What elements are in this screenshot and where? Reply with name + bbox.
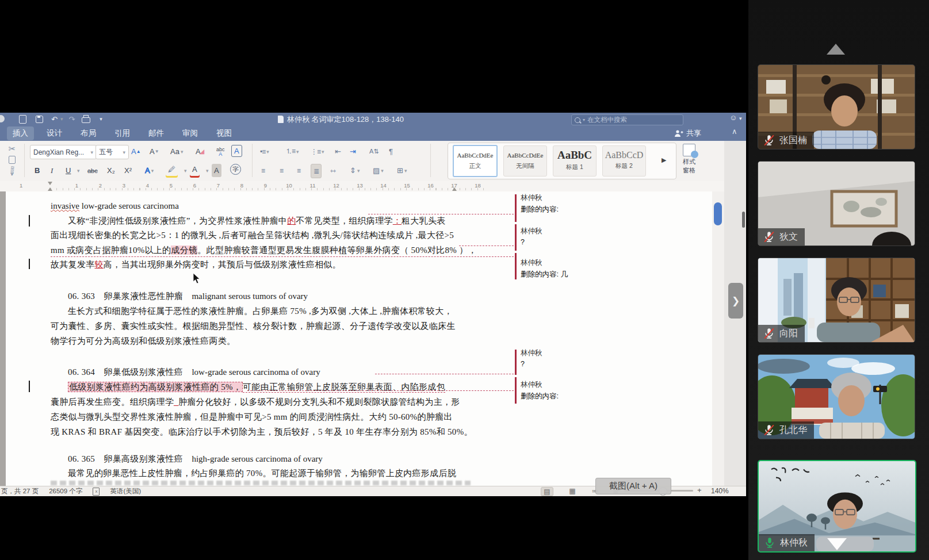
strikethrough-button[interactable]: abc [85, 164, 100, 177]
ribbon-tab[interactable]: 引用 [109, 126, 136, 140]
ribbon-tab[interactable]: 布局 [75, 126, 102, 140]
distribute-button[interactable]: ⇿ [328, 164, 338, 177]
italic-button[interactable]: I [48, 164, 55, 177]
enclose-characters-button[interactable]: 字 [228, 163, 243, 176]
expand-pane-button[interactable]: ❯ [728, 283, 743, 319]
font-color-dropdown-icon[interactable]: ▾ [202, 164, 211, 177]
justify-button[interactable]: ≣ [311, 164, 322, 178]
style-chip[interactable]: AaBbCcD 标题 2 [602, 145, 646, 177]
change-bar [29, 381, 30, 392]
revision-comment[interactable]: 林仲秋 删除的内容: 几 [521, 258, 693, 279]
cut-icon[interactable]: ✂ [9, 144, 16, 154]
revision-comment[interactable]: 林仲秋 删除的内容: [521, 193, 693, 214]
search-input[interactable]: ▾ 在文档中搜索 [571, 114, 683, 125]
style-pane-icon [683, 144, 695, 156]
shrink-font-button[interactable]: A▼ [147, 145, 162, 158]
increase-indent-button[interactable]: ⇥ [347, 145, 358, 158]
participant-tile[interactable]: 向阳 [758, 258, 915, 343]
align-left-button[interactable]: ≡ [259, 164, 267, 177]
align-center-button[interactable]: ≡ [277, 164, 285, 177]
style-chip[interactable]: AaBbCcDdEe 正文 [453, 145, 498, 177]
horizontal-ruler[interactable]: 1 123456789101112131415161718 [0, 181, 746, 192]
search-dropdown-icon[interactable]: ▾ [583, 117, 585, 122]
revision-comment[interactable]: 林仲秋 ? [521, 227, 693, 246]
bold-button[interactable]: B [32, 164, 42, 177]
proofing-status-icon[interactable]: x [93, 488, 100, 496]
comment-author: 林仲秋 [521, 348, 693, 358]
participant-tile[interactable]: 狄文 [758, 161, 915, 246]
scroll-down-arrow-icon[interactable] [827, 538, 847, 550]
document-line: 可为囊性、多房、囊实性或实性。根据细胞异型性、核分裂计数，肿瘤起源、分子遗传学改… [51, 319, 456, 333]
change-case-button[interactable]: Aa▾ [168, 145, 185, 158]
numbering-button[interactable]: ⒈≡▾ [283, 145, 301, 158]
align-right-button[interactable]: ≡ [295, 164, 303, 177]
ribbon-tab[interactable]: 设计 [41, 126, 68, 140]
new-document-icon[interactable] [19, 115, 26, 124]
grow-font-button[interactable]: A▲ [129, 145, 143, 158]
redo-icon[interactable]: ↷ [68, 113, 75, 126]
language-status[interactable]: 英语(美国) [110, 487, 141, 496]
styles-gallery-more-icon[interactable]: ▶ [662, 156, 666, 164]
style-sample: AaBbCcD [603, 150, 645, 160]
vertical-scrollbar-thumb[interactable] [714, 202, 722, 225]
participant-tile[interactable]: 张国楠 [758, 64, 915, 149]
vertical-scrollbar[interactable] [712, 191, 724, 486]
hanging-indent-marker[interactable] [48, 187, 52, 191]
revision-comment[interactable]: 林仲秋 删除的内容: [521, 380, 693, 401]
highlight-dropdown-icon[interactable]: ▾ [181, 164, 189, 177]
share-button[interactable]: 共享 [674, 126, 701, 141]
scroll-up-arrow-icon[interactable] [827, 44, 845, 55]
undo-icon[interactable]: ↶▾ [51, 113, 63, 126]
revision-comment[interactable]: 林仲秋 ? [521, 348, 693, 368]
word-count[interactable]: 26509 个字 [49, 487, 82, 496]
character-shading-button[interactable]: A [212, 164, 221, 177]
style-chip[interactable]: AaBbCcDdEe 无间隔 [503, 145, 547, 177]
underline-dropdown-icon[interactable]: ▾ [74, 164, 82, 177]
toolbar-options-icon[interactable]: ▾ [100, 113, 102, 126]
style-pane-button[interactable]: 样式 窗格 [674, 144, 704, 175]
sort-button[interactable]: A⇅ [367, 145, 381, 158]
mini-scrollbar-thumb[interactable] [742, 212, 745, 228]
font-name-select[interactable]: DengXian Reg...▾ [30, 145, 97, 159]
ribbon-tab[interactable]: 邮件 [143, 126, 170, 140]
print-icon[interactable] [82, 116, 90, 123]
zoom-in-button[interactable]: + [697, 486, 702, 494]
line-spacing-button[interactable]: ⇕▾ [347, 164, 362, 177]
decrease-indent-button[interactable]: ⇤ [332, 145, 343, 158]
highlight-color-button[interactable]: 🖉 [166, 163, 178, 176]
paste-icon[interactable] [9, 156, 16, 164]
clear-formatting-button[interactable]: A◢ [193, 145, 207, 158]
font-size-select[interactable]: 五号▾ [95, 145, 129, 159]
participant-tile[interactable]: 孔北华 [758, 354, 915, 439]
text-effects-button[interactable]: A▾ [143, 164, 156, 177]
right-indent-marker[interactable] [452, 187, 457, 191]
ribbon-tab[interactable]: 审阅 [177, 126, 204, 140]
format-painter-icon[interactable]: 🖉 [6, 164, 18, 177]
participant-tile[interactable]: 林仲秋 [758, 460, 916, 553]
text-segment: low-grade serous carcinoma of ovary [192, 367, 320, 377]
page-info[interactable]: 页，共 27 页 [1, 487, 39, 496]
font-size-value: 五号 [99, 147, 113, 157]
first-line-indent-marker[interactable] [48, 182, 52, 185]
character-border-button[interactable]: A [231, 145, 242, 157]
ribbon-tab[interactable]: 视图 [211, 126, 238, 140]
collapse-ribbon-icon[interactable]: ∧ [732, 127, 737, 136]
window-control-button[interactable] [0, 115, 5, 122]
subscript-button[interactable]: X₂ [105, 164, 117, 177]
phonetic-guide-button[interactable]: abcA [214, 145, 227, 158]
print-layout-view-button[interactable]: ▤ [541, 487, 553, 496]
shading-button[interactable]: ▨▾ [370, 164, 386, 177]
multilevel-list-button[interactable]: ⋮≡▾ [308, 145, 326, 158]
superscript-button[interactable]: X² [122, 164, 134, 177]
show-marks-button[interactable]: ¶ [387, 145, 395, 158]
read-mode-view-button[interactable]: ▦ [567, 487, 578, 495]
ribbon-tab[interactable]: 插入 [7, 126, 34, 140]
feedback-smiley-icon[interactable]: ☺ ▾ [729, 113, 741, 122]
underline-button[interactable]: U [63, 164, 73, 177]
borders-button[interactable]: ⊞▾ [395, 164, 409, 177]
style-chip[interactable]: AaBbC 标题 1 [553, 145, 597, 177]
font-color-button[interactable]: A [190, 163, 200, 176]
zoom-level[interactable]: 140% [711, 487, 729, 495]
bullets-button[interactable]: •≡▾ [258, 145, 271, 158]
save-icon[interactable] [36, 116, 43, 123]
